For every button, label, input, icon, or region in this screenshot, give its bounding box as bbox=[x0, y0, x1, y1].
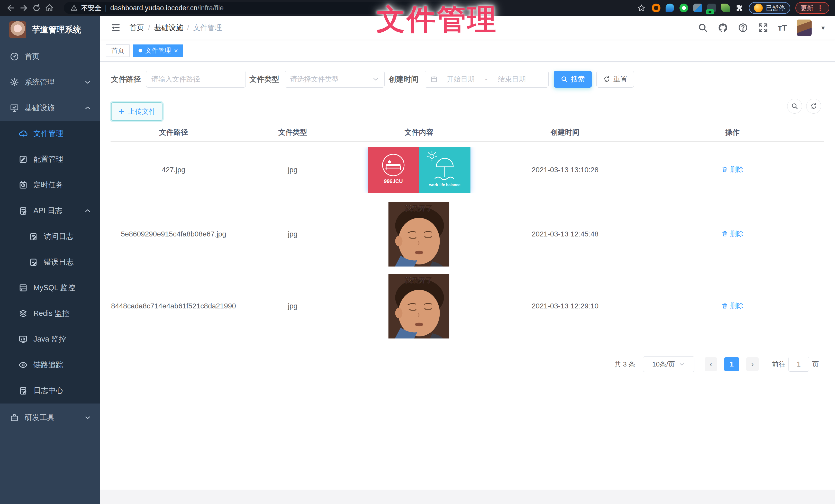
extension-icon-on-badge[interactable]: on bbox=[707, 4, 716, 12]
bookmark-star-icon[interactable] bbox=[636, 3, 647, 13]
search-button[interactable]: 搜索 bbox=[554, 71, 592, 88]
browser-profile-avatar bbox=[754, 4, 763, 12]
main-content: 首页 / 基础设施 / 文件管理 тT ▾ 首页 文件管理 × 文件路径 bbox=[100, 16, 835, 504]
file-type-select[interactable] bbox=[285, 71, 385, 88]
tab-label: 文件管理 bbox=[145, 46, 171, 55]
layers-icon bbox=[19, 309, 28, 318]
sidebar: 芋道管理系统 首页 系统管理 基础设施 文件管理 配置管理 定时任务 API 日… bbox=[0, 16, 100, 504]
goto-page-input[interactable] bbox=[789, 357, 809, 372]
reset-button[interactable]: 重置 bbox=[596, 71, 634, 88]
date-end-input[interactable] bbox=[493, 75, 531, 83]
file-type-input[interactable] bbox=[290, 75, 368, 83]
browser-chrome: 不安全 | dashboard.yudao.iocoder.cn/infra/f… bbox=[0, 0, 835, 16]
cell-file-type: jpg bbox=[237, 302, 349, 310]
github-icon[interactable] bbox=[718, 23, 728, 33]
sidebar-item-error-log[interactable]: 错误日志 bbox=[0, 249, 100, 275]
browser-home-button[interactable] bbox=[44, 3, 55, 13]
user-avatar[interactable] bbox=[797, 20, 812, 36]
create-time-label: 创建时间 bbox=[389, 71, 419, 88]
browser-update-pill[interactable]: 更新 ⋮ bbox=[795, 2, 829, 14]
sidebar-item-label: 研发工具 bbox=[25, 413, 55, 423]
baby-meme-image[interactable]: 我裂开了 bbox=[388, 202, 449, 267]
sidebar-item-mysql-monitor[interactable]: MySQL 监控 bbox=[0, 275, 100, 301]
baby-meme-image[interactable]: 我裂开了 bbox=[388, 274, 449, 338]
sidebar-item-home[interactable]: 首页 bbox=[0, 44, 100, 69]
logo-avatar bbox=[9, 21, 26, 38]
delete-link[interactable]: 删除 bbox=[721, 165, 744, 174]
browser-reload-button[interactable] bbox=[32, 3, 42, 13]
prev-page-button[interactable]: ‹ bbox=[705, 357, 717, 371]
sidebar-item-label: MySQL 监控 bbox=[34, 283, 75, 293]
sidebar-item-trace[interactable]: 链路追踪 bbox=[0, 352, 100, 378]
page-bottom-strip bbox=[100, 490, 835, 504]
996icu-banner-image[interactable]: 996.ICU work-life balance bbox=[368, 147, 470, 193]
sidebar-item-file-manage[interactable]: 文件管理 bbox=[0, 121, 100, 147]
file-path-field[interactable] bbox=[146, 71, 246, 88]
file-table: 文件路径 文件类型 文件内容 创建时间 操作 427.jpg jpg 996.I… bbox=[110, 123, 824, 342]
sidebar-item-access-log[interactable]: 访问日志 bbox=[0, 224, 100, 249]
upload-file-button[interactable]: 上传文件 bbox=[111, 102, 162, 121]
browser-back-button[interactable] bbox=[6, 3, 16, 13]
col-header-path: 文件路径 bbox=[110, 127, 237, 137]
browser-menu-kebab-icon[interactable]: ⋮ bbox=[816, 4, 824, 13]
toggle-search-button[interactable] bbox=[787, 99, 802, 113]
sidebar-item-label: 定时任务 bbox=[34, 180, 63, 190]
cell-file-content: 我裂开了 bbox=[349, 202, 489, 267]
cell-file-type: jpg bbox=[237, 166, 349, 174]
tab-close-icon[interactable]: × bbox=[174, 47, 178, 54]
extension-icon-puzzle[interactable] bbox=[735, 4, 744, 12]
sidebar-logo[interactable]: 芋道管理系统 bbox=[0, 16, 100, 44]
col-header-created: 创建时间 bbox=[489, 127, 641, 137]
date-range-picker[interactable]: - bbox=[425, 71, 549, 88]
help-icon[interactable] bbox=[738, 23, 748, 33]
table-row: 427.jpg jpg 996.ICU work-life balance bbox=[110, 142, 824, 198]
file-type-label: 文件类型 bbox=[249, 71, 279, 88]
eye-icon bbox=[19, 360, 28, 370]
delete-link[interactable]: 删除 bbox=[721, 301, 744, 310]
page-size-select[interactable]: 10条/页 bbox=[643, 356, 694, 372]
breadcrumb-home[interactable]: 首页 bbox=[129, 23, 144, 33]
breadcrumb-section[interactable]: 基础设施 bbox=[154, 23, 183, 33]
extension-icon-blue-grid[interactable] bbox=[693, 4, 702, 12]
page-number-current[interactable]: 1 bbox=[724, 357, 739, 371]
user-menu-caret-icon[interactable]: ▾ bbox=[821, 24, 825, 32]
sidebar-item-cron-job[interactable]: 定时任务 bbox=[0, 172, 100, 198]
next-page-button[interactable]: › bbox=[746, 357, 759, 371]
extension-icon-blue-drop[interactable] bbox=[666, 4, 674, 12]
sidebar-item-system[interactable]: 系统管理 bbox=[0, 69, 100, 95]
font-size-icon[interactable]: тT bbox=[778, 23, 787, 33]
url-path: /infra/file bbox=[198, 4, 224, 12]
sidebar-item-log-center[interactable]: 日志中心 bbox=[0, 378, 100, 403]
log-note-icon bbox=[19, 206, 28, 215]
profile-paused-pill[interactable]: 已暂停 bbox=[749, 2, 790, 14]
collapse-sidebar-icon[interactable] bbox=[110, 23, 121, 33]
address-bar[interactable]: 不安全 | dashboard.yudao.iocoder.cn/infra/f… bbox=[64, 2, 485, 14]
extension-icon-orange[interactable] bbox=[652, 4, 660, 12]
extension-icon-green-circle[interactable] bbox=[679, 4, 688, 12]
file-path-input[interactable] bbox=[151, 75, 240, 83]
toolbox-icon bbox=[10, 413, 19, 422]
sidebar-item-config-manage[interactable]: 配置管理 bbox=[0, 147, 100, 172]
sidebar-item-redis-monitor[interactable]: Redis 监控 bbox=[0, 301, 100, 327]
log-note-icon bbox=[29, 232, 38, 241]
delete-link[interactable]: 删除 bbox=[721, 229, 744, 238]
calendar-icon bbox=[430, 75, 438, 83]
chevron-down-icon bbox=[84, 414, 91, 421]
fullscreen-icon[interactable] bbox=[758, 23, 768, 33]
date-start-input[interactable] bbox=[442, 75, 480, 83]
sidebar-item-dev-tools[interactable]: 研发工具 bbox=[0, 403, 100, 432]
sidebar-item-api-log[interactable]: API 日志 bbox=[0, 198, 100, 224]
sidebar-submenu-infra: 文件管理 配置管理 定时任务 API 日志 访问日志 错误日志 MySQL 监控 bbox=[0, 121, 100, 403]
tab-home[interactable]: 首页 bbox=[106, 44, 129, 57]
tags-view-bar: 首页 文件管理 × bbox=[100, 40, 835, 62]
refresh-table-button[interactable] bbox=[806, 99, 821, 113]
breadcrumb-separator: / bbox=[187, 24, 189, 32]
tab-file-manage[interactable]: 文件管理 × bbox=[133, 44, 183, 57]
sidebar-item-java-monitor[interactable]: Java 监控 bbox=[0, 327, 100, 352]
sidebar-item-infra[interactable]: 基础设施 bbox=[0, 95, 100, 121]
gear-icon bbox=[10, 78, 19, 87]
extension-icon-green-leaf[interactable] bbox=[721, 4, 730, 12]
sidebar-item-label: 日志中心 bbox=[34, 385, 63, 396]
browser-forward-button[interactable] bbox=[19, 3, 29, 13]
header-search-icon[interactable] bbox=[698, 23, 708, 33]
